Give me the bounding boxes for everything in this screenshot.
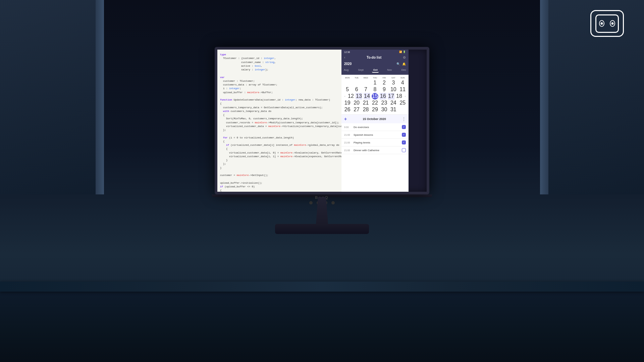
cal-cell-9[interactable]: 9	[381, 86, 387, 93]
task-time-4: 21:00	[344, 149, 352, 152]
code-line: active : bool,	[220, 64, 339, 68]
monitor-stand-base	[275, 224, 369, 234]
task-name-1: Do exercises	[354, 126, 400, 129]
monitor-bezel: BenQ	[212, 194, 432, 197]
month-tab-sept[interactable]: Sept	[357, 68, 365, 73]
cal-cell-31[interactable]: 31	[390, 106, 397, 113]
code-line: upload_buffer : mainCore->Buffer;	[220, 91, 339, 95]
cal-cell-4[interactable]: 4	[399, 79, 406, 86]
cal-cell-18[interactable]: 18	[396, 93, 402, 100]
code-line: };	[220, 128, 339, 132]
code-line: if (upload_buffer <> 0)	[220, 185, 339, 189]
day-wed: WED	[361, 77, 370, 79]
calendar-week-4: 19 20 21 22 23 24 25	[343, 100, 407, 106]
cal-cell-empty	[363, 79, 369, 86]
cal-cell-16[interactable]: 16	[380, 93, 386, 100]
task-checkbox-1[interactable]	[402, 125, 406, 129]
more-options-icon[interactable]: ⋮	[402, 117, 406, 121]
cal-cell-28[interactable]: 28	[363, 106, 369, 113]
code-line: {	[220, 102, 339, 106]
month-tab-dec[interactable]: Dec	[400, 68, 407, 73]
code-line: {	[220, 140, 339, 143]
calendar-next-icon[interactable]: ›	[403, 95, 407, 98]
phone-app-pane: 12:36 📶 🔋 ‹ To-do list ⚙ 2020 🔍 🔔	[341, 50, 409, 192]
cal-cell-30[interactable]: 30	[381, 106, 387, 113]
code-line: with customers_temporary_data do	[220, 110, 339, 113]
monitor-screen: type TCustomer : {customer_id : integer,…	[215, 47, 429, 194]
monitor: type TCustomer : {customer_id : integer,…	[212, 47, 432, 234]
task-checkbox-4[interactable]	[402, 148, 406, 152]
cal-cell-5[interactable]: 5	[344, 86, 351, 93]
window-frame-right	[540, 0, 548, 194]
screen-content: type TCustomer : {customer_id : integer,…	[217, 50, 427, 192]
task-time-3: 21:00	[344, 141, 352, 144]
calendar-week-2: 5 6 7 8 9 10 11	[343, 86, 407, 93]
code-line	[220, 170, 339, 174]
desk-top-surface	[0, 282, 644, 292]
cal-cell-15-today[interactable]: 15	[372, 93, 378, 100]
cal-cell-21[interactable]: 21	[363, 100, 369, 106]
cal-cell-24[interactable]: 24	[390, 100, 397, 106]
cal-cell-11[interactable]: 11	[399, 86, 406, 93]
calendar-prev-icon[interactable]: ‹	[343, 95, 347, 98]
code-line: if (virtualized_customer_data[i] instanc…	[220, 143, 339, 147]
cal-cell-empty	[344, 79, 351, 86]
cal-cell-3[interactable]: 3	[390, 79, 397, 86]
calendar-week-3: 12 13 14 15 16 17 18	[347, 93, 403, 100]
cal-cell-6[interactable]: 6	[353, 86, 360, 93]
cal-cell-27[interactable]: 27	[353, 106, 360, 113]
cal-cell-26[interactable]: 26	[344, 106, 351, 113]
month-tab-nov[interactable]: Nov	[386, 68, 393, 73]
code-line	[220, 177, 339, 181]
task-time-2: 21:00	[344, 134, 352, 136]
calendar-week-3-row: ‹ 12 13 14 15 16 17 18 ›	[343, 93, 407, 100]
cal-cell-2[interactable]: 2	[381, 79, 387, 86]
notification-icon[interactable]: 🔔	[402, 62, 406, 66]
task-checkbox-3[interactable]	[402, 140, 406, 144]
cal-cell-12[interactable]: 12	[347, 93, 354, 100]
settings-icon[interactable]: ⚙	[403, 56, 406, 59]
cal-cell-1[interactable]: 1	[372, 79, 378, 86]
task-list: 9:00 Do exercises 21:00 Spanish lessons …	[341, 123, 409, 192]
code-line: salary : integer};	[220, 68, 339, 72]
year-action-icons: 🔍 🔔	[396, 62, 406, 66]
day-tue: TUE	[352, 77, 361, 79]
cal-cell-19[interactable]: 19	[344, 100, 351, 106]
cal-cell-20[interactable]: 20	[353, 100, 360, 106]
calendar-area: MON TUE WED THU FRI SAT SUN 1 2	[341, 75, 409, 114]
cal-cell-8[interactable]: 8	[372, 86, 378, 93]
code-line: Sort(MinToMax, 0, customers_temporary_da…	[220, 117, 339, 121]
month-tab-oct[interactable]: Oct	[372, 68, 378, 73]
cal-cell-7[interactable]: 7	[363, 86, 369, 93]
cal-cell-13[interactable]: 13	[356, 93, 362, 100]
cal-cell-14[interactable]: 14	[364, 93, 370, 100]
cal-cell-25[interactable]: 25	[399, 100, 406, 106]
monitor-button-1[interactable]	[309, 201, 313, 204]
task-checkbox-2[interactable]	[402, 133, 406, 137]
cal-cell-10[interactable]: 10	[390, 86, 397, 93]
cal-cell-17[interactable]: 17	[388, 93, 394, 100]
code-line: TCustomer : {customer_id : integer,	[220, 57, 339, 60]
year-selector: 2020 🔍 🔔	[341, 61, 409, 67]
desk-surface	[0, 282, 644, 362]
monitor-button-4[interactable]	[331, 201, 335, 204]
date-header: + 15 October 2020 ⋮	[341, 114, 409, 123]
task-item-1: 9:00 Do exercises	[341, 123, 409, 131]
task-name-2: Spanish lessons	[354, 133, 400, 136]
code-editor-pane: type TCustomer : {customer_id : integer,…	[217, 50, 341, 192]
cal-cell-23[interactable]: 23	[381, 100, 387, 106]
task-item-2: 21:00 Spanish lessons	[341, 131, 409, 139]
cal-cell-22[interactable]: 22	[372, 100, 378, 106]
day-mon: MON	[343, 77, 352, 79]
month-tab-aug[interactable]: Aug	[343, 68, 350, 73]
code-line: virtualized_customer_data[i, 1] = mainCo…	[220, 155, 339, 159]
phone-status-bar: 12:36 📶 🔋	[341, 50, 409, 54]
code-line: function UpdateCustomersData(customer_id…	[220, 98, 339, 102]
day-sun: SUN	[398, 77, 407, 79]
cal-cell-empty	[353, 79, 360, 86]
todo-app-header: ‹ To-do list ⚙	[341, 54, 409, 61]
code-line: var	[220, 76, 339, 79]
search-icon[interactable]: 🔍	[396, 62, 400, 66]
add-task-button[interactable]: +	[344, 116, 347, 122]
cal-cell-29[interactable]: 29	[372, 106, 378, 113]
